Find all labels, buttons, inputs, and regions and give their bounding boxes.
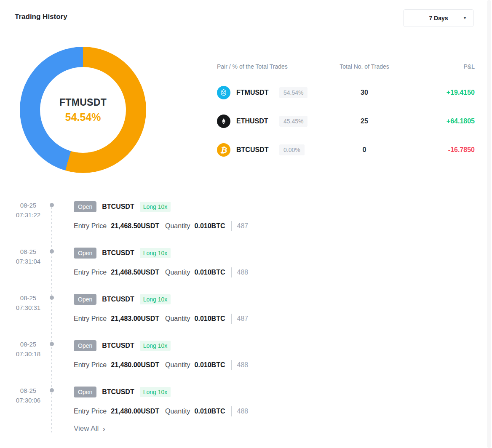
table-row: ₿ BTCUSDT 0.00% 0 -16.7850	[217, 136, 475, 164]
table-row: ETHUSDT 45.45% 25 +64.1805	[217, 107, 475, 136]
page-title: Trading History	[15, 13, 67, 21]
status-badge: Open	[74, 248, 96, 259]
pnl-value: -16.7850	[402, 146, 475, 154]
quantity-label: Quantity	[165, 315, 190, 323]
pairs-table-header: Pair / % of the Total Trades Total No. o…	[217, 62, 475, 71]
trade-number: 488	[237, 361, 249, 369]
entry-time: 07:31:04	[15, 256, 42, 266]
quantity-value: 0.010BTC	[195, 222, 225, 230]
pair-symbol: BTCUSDT	[236, 146, 273, 154]
timeline-entry: 08-25 07:31:22 Open BTCUSDT Long 10x Ent…	[15, 197, 474, 243]
entry-price-value: 21,480.00USDT	[111, 408, 159, 415]
vertical-scrollbar[interactable]	[487, 0, 491, 448]
status-badge: Open	[74, 387, 96, 397]
view-all-link[interactable]: View All ›	[74, 423, 105, 435]
status-badge: Open	[74, 201, 96, 212]
entry-pair: BTCUSDT	[102, 388, 134, 396]
header-pair: Pair / % of the Total Trades	[217, 63, 326, 70]
entry-body: Open BTCUSDT Long 10x Entry Price 21,468…	[74, 243, 248, 278]
header-pnl: P&L	[402, 63, 475, 70]
quantity-value: 0.010BTC	[195, 408, 225, 415]
quantity-value: 0.010BTC	[195, 315, 225, 323]
quantity-label: Quantity	[165, 408, 190, 415]
entry-datetime: 08-25 07:30:06	[15, 386, 42, 405]
entry-time: 07:31:22	[15, 210, 42, 220]
ftm-icon	[217, 86, 230, 99]
entry-body: Open BTCUSDT Long 10x Entry Price 21,483…	[74, 290, 248, 324]
timeline-dot-icon	[50, 342, 54, 346]
entry-date: 08-25	[15, 386, 42, 395]
divider	[231, 406, 232, 416]
chevron-right-icon: ›	[102, 424, 105, 433]
entry-time: 07:30:06	[15, 395, 42, 405]
entry-datetime: 08-25 07:31:22	[15, 200, 42, 220]
pnl-value: +64.1805	[402, 117, 475, 125]
entry-price-label: Entry Price	[74, 408, 107, 415]
timeline-dot-icon	[50, 203, 54, 207]
quantity-label: Quantity	[165, 269, 190, 276]
pair-symbol: FTMUSDT	[236, 89, 273, 96]
trade-number: 487	[237, 222, 249, 230]
pair-cell: FTMUSDT 54.54%	[217, 86, 326, 99]
donut-chart: FTMUSDT 54.54%	[20, 47, 146, 173]
entry-date: 08-25	[15, 339, 42, 349]
entry-price-label: Entry Price	[74, 222, 107, 230]
side-leverage-badge: Long 10x	[140, 387, 171, 397]
trade-number: 488	[237, 408, 249, 415]
timeline-dot-icon	[50, 296, 54, 300]
entry-date: 08-25	[15, 293, 42, 303]
trade-number: 487	[237, 315, 249, 323]
entry-price-value: 21,480.00USDT	[111, 361, 159, 369]
donut-center-label: FTMUSDT	[59, 97, 107, 108]
divider	[231, 267, 232, 277]
status-badge: Open	[74, 294, 96, 305]
entry-body: Open BTCUSDT Long 10x Entry Price 21,480…	[74, 336, 248, 371]
pair-symbol: ETHUSDT	[236, 117, 273, 125]
entry-price-value: 21,483.00USDT	[111, 315, 159, 323]
status-badge: Open	[74, 340, 96, 351]
entry-price-label: Entry Price	[74, 315, 107, 323]
header-total-trades: Total No. of Trades	[326, 63, 402, 70]
pct-badge: 54.54%	[279, 87, 308, 98]
trades-count: 25	[326, 117, 402, 125]
entry-pair: BTCUSDT	[102, 203, 134, 211]
entry-time: 07:30:31	[15, 303, 42, 312]
pair-cell: ETHUSDT 45.45%	[217, 115, 326, 128]
quantity-label: Quantity	[165, 361, 190, 369]
timeline-dot-icon	[50, 249, 54, 253]
entry-time: 07:30:18	[15, 349, 42, 359]
caret-down-icon: ▾	[464, 16, 466, 20]
trading-history-panel: Trading History 7 Days ▾ FTMUSDT 54.54% …	[0, 0, 492, 448]
side-leverage-badge: Long 10x	[140, 248, 171, 258]
entry-price-value: 21,468.50USDT	[111, 222, 159, 230]
divider	[231, 314, 232, 324]
timeline-entry: 08-25 07:31:04 Open BTCUSDT Long 10x Ent…	[15, 243, 474, 290]
table-row: FTMUSDT 54.54% 30 +19.4150	[217, 78, 475, 107]
entry-price-value: 21,468.50USDT	[111, 269, 159, 276]
entry-datetime: 08-25 07:31:04	[15, 247, 42, 266]
trades-count: 30	[326, 89, 402, 96]
entry-date: 08-25	[15, 200, 42, 210]
quantity-value: 0.010BTC	[195, 269, 225, 276]
pairs-summary-table: Pair / % of the Total Trades Total No. o…	[217, 62, 475, 164]
side-leverage-badge: Long 10x	[140, 341, 171, 351]
pnl-value: +19.4150	[402, 89, 475, 96]
divider	[231, 360, 232, 370]
period-dropdown-value: 7 Days	[429, 15, 448, 21]
entry-datetime: 08-25 07:30:18	[15, 339, 42, 359]
timeline-entry: 08-25 07:30:06 Open BTCUSDT Long 10x Ent…	[15, 382, 474, 429]
trades-count: 0	[326, 146, 402, 154]
entry-date: 08-25	[15, 247, 42, 256]
donut-center-value: 54.54%	[65, 111, 101, 123]
timeline-dot-icon	[50, 388, 54, 392]
btc-icon: ₿	[217, 143, 230, 157]
entry-pair: BTCUSDT	[102, 249, 134, 257]
side-leverage-badge: Long 10x	[140, 202, 171, 212]
pct-badge: 45.45%	[279, 116, 308, 127]
pair-cell: ₿ BTCUSDT 0.00%	[217, 143, 326, 157]
quantity-label: Quantity	[165, 222, 190, 230]
trade-timeline: 08-25 07:31:22 Open BTCUSDT Long 10x Ent…	[15, 197, 474, 448]
period-dropdown[interactable]: 7 Days ▾	[403, 9, 474, 27]
entry-pair: BTCUSDT	[102, 296, 134, 303]
view-all-label: View All	[74, 424, 99, 433]
